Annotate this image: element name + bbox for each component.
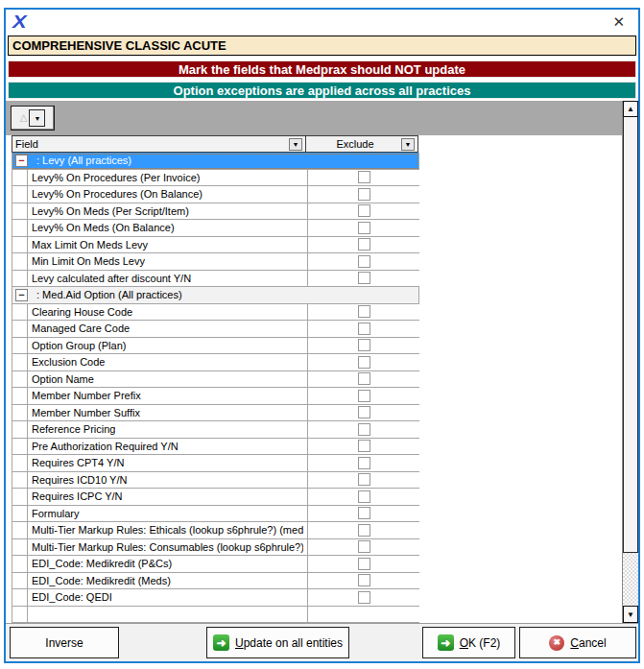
exclude-checkbox[interactable] (358, 558, 370, 570)
field-cell: EDI_Code: QEDI (27, 589, 307, 606)
row-indent (12, 506, 27, 522)
group-row[interactable]: −: Med.Aid Option (All practices) (12, 287, 419, 304)
exclude-checkbox[interactable] (358, 574, 370, 586)
exclude-cell (307, 388, 419, 404)
button-panel: Inverse ➜ Update on all entities ➜ OK (F… (6, 623, 638, 661)
exclude-checkbox[interactable] (358, 323, 370, 335)
exclude-checkbox[interactable] (358, 457, 370, 469)
field-label: Requires ICPC Y/N (32, 490, 123, 502)
scrollbar-track[interactable] (623, 553, 638, 606)
table-row[interactable]: Option Group (Plan) (12, 338, 419, 355)
exclude-cell (307, 439, 419, 455)
table-row[interactable]: EDI_Code: Medikredit (Meds) (12, 573, 419, 590)
field-label: Levy% On Meds (Per Script/Item) (32, 205, 189, 217)
table-row[interactable]: Max Limit On Meds Levy (12, 237, 419, 254)
table-row[interactable]: Pre Authorization Required Y/N (12, 439, 419, 456)
table-row[interactable]: Levy% On Procedures (Per Invoice) (12, 170, 419, 187)
exclude-checkbox[interactable] (358, 272, 370, 284)
table-row[interactable]: Member Number Prefix (12, 388, 419, 405)
field-cell: Option Group (Plan) (27, 338, 307, 354)
table-row[interactable]: Managed Care Code (12, 321, 419, 338)
table-row[interactable]: Clearing House Code (12, 304, 419, 322)
exclude-checkbox[interactable] (358, 524, 370, 537)
row-indent (12, 388, 27, 404)
exclude-checkbox[interactable] (358, 440, 370, 452)
exclude-checkbox[interactable] (358, 356, 370, 369)
table-row[interactable]: Requires ICPC Y/N (12, 489, 419, 506)
row-indent (12, 607, 27, 623)
row-indent (12, 321, 27, 337)
field-label: Levy% On Meds (On Balance) (32, 222, 175, 233)
scrollbar-thumb[interactable] (623, 117, 638, 553)
exclude-cell (307, 220, 419, 236)
table-row[interactable]: EDI_Code: QEDI (12, 589, 419, 607)
field-cell: Requires CPT4 Y/N (27, 455, 307, 471)
row-indent (12, 304, 27, 321)
exclude-checkbox[interactable] (358, 339, 370, 351)
exclude-filter-dropdown[interactable]: ▼ (401, 138, 415, 151)
exclude-checkbox[interactable] (358, 591, 370, 604)
exclude-checkbox[interactable] (358, 406, 370, 418)
table-row[interactable]: EDI_Code: Medikredit (P&Cs) (12, 556, 419, 573)
exclude-checkbox[interactable] (358, 423, 370, 436)
group-label: : Levy (All practices) (28, 155, 131, 166)
inverse-button-label: Inverse (45, 636, 83, 650)
sort-button[interactable]: △ ▼ (11, 106, 55, 131)
table-row[interactable]: Levy calculated after discount Y/N (12, 271, 419, 288)
table-row[interactable]: Option Name (12, 371, 419, 389)
table-row[interactable]: Requires CPT4 Y/N (12, 455, 419, 472)
table-row[interactable]: Levy% On Procedures (On Balance) (12, 186, 419, 203)
sort-ascending-icon: △ (20, 113, 28, 123)
exclude-checkbox[interactable] (358, 390, 370, 402)
exclude-checkbox[interactable] (358, 238, 370, 251)
scroll-up-button[interactable]: ▲ (623, 101, 638, 117)
column-header-exclude[interactable]: Exclude ▼ (305, 135, 418, 153)
row-indent (12, 220, 27, 236)
exclude-checkbox[interactable] (358, 204, 370, 217)
table-row[interactable]: Multi-Tier Markup Rules: Consumables (lo… (12, 539, 419, 557)
table-row[interactable]: Reference Pricing (12, 421, 419, 439)
field-cell: Levy% On Meds (On Balance) (27, 220, 307, 236)
chevron-down-icon: ▼ (34, 115, 40, 122)
exclude-cell (307, 573, 419, 589)
exclude-checkbox[interactable] (358, 473, 370, 486)
exclude-checkbox[interactable] (358, 305, 370, 318)
group-row[interactable]: −: Levy (All practices) (12, 153, 419, 170)
row-indent (12, 421, 27, 438)
field-label: EDI_Code: QEDI (32, 591, 112, 603)
exclude-checkbox[interactable] (358, 171, 370, 183)
table-row[interactable]: Min Limit On Meds Levy (12, 253, 419, 271)
field-filter-dropdown[interactable]: ▼ (289, 138, 302, 151)
exclude-checkbox[interactable] (358, 372, 370, 385)
exclude-checkbox[interactable] (358, 490, 370, 503)
update-all-entities-button[interactable]: ➜ Update on all entities (206, 627, 349, 658)
grid-toolbar: △ ▼ (6, 101, 622, 135)
collapse-minus-icon[interactable]: − (15, 289, 28, 301)
sort-dropdown-button[interactable]: ▼ (29, 109, 45, 127)
table-row[interactable]: Levy% On Meds (Per Script/Item) (12, 203, 419, 221)
close-icon[interactable]: ✕ (607, 14, 631, 29)
row-indent (12, 271, 27, 287)
ok-button[interactable]: ➜ OK (F2) (422, 627, 515, 658)
column-header-field[interactable]: Field ▼ (12, 135, 306, 153)
table-row[interactable]: Requires ICD10 Y/N (12, 472, 419, 490)
vertical-scrollbar[interactable]: ▲ ▼ (622, 101, 638, 623)
exclude-checkbox[interactable] (358, 255, 370, 268)
row-indent (12, 405, 27, 421)
exclude-cell (307, 321, 419, 337)
exclude-checkbox[interactable] (358, 540, 370, 553)
exclude-checkbox[interactable] (358, 222, 370, 234)
red-cancel-icon: ✖ (549, 635, 564, 651)
table-row[interactable]: Levy% On Meds (On Balance) (12, 220, 419, 237)
scroll-down-button[interactable]: ▼ (623, 606, 638, 623)
field-label: Levy% On Procedures (Per Invoice) (32, 172, 200, 183)
collapse-minus-icon[interactable]: − (15, 155, 28, 167)
table-row[interactable]: Member Number Suffix (12, 405, 419, 422)
exclude-checkbox[interactable] (358, 188, 370, 201)
table-row[interactable]: Multi-Tier Markup Rules: Ethicals (looku… (12, 522, 419, 539)
inverse-button[interactable]: Inverse (10, 627, 119, 658)
exclude-checkbox[interactable] (358, 507, 370, 519)
cancel-button[interactable]: ✖ Cancel (519, 627, 636, 658)
table-row[interactable]: Formulary (12, 506, 419, 523)
table-row[interactable]: Exclusion Code (12, 354, 419, 371)
